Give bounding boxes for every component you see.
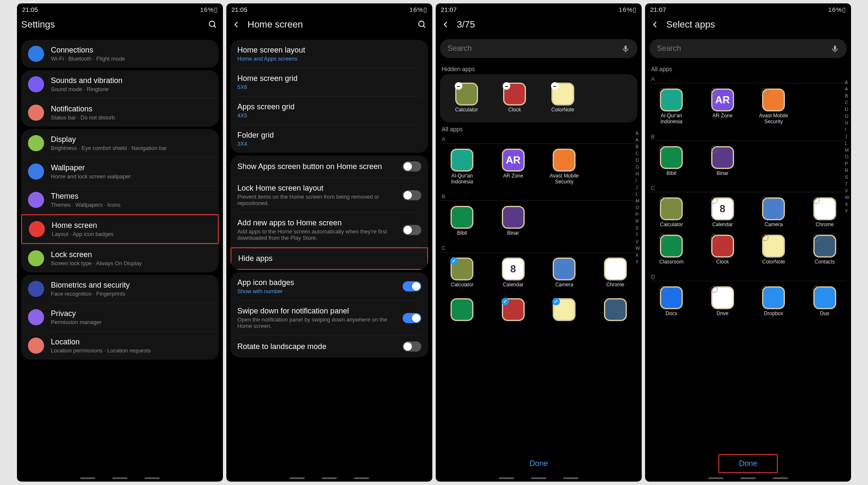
settings-row-connections[interactable]: Connections Wi-Fi · Bluetooth · Flight m… <box>21 40 219 68</box>
app-bibit[interactable]: Bibit <box>647 144 696 179</box>
index-letter[interactable]: Y <box>636 259 640 264</box>
mic-icon[interactable] <box>831 44 839 53</box>
back-button[interactable] <box>231 19 242 30</box>
index-letter[interactable]: B <box>845 93 849 98</box>
select-circle[interactable] <box>659 234 666 241</box>
app-clock[interactable]: − Clock <box>492 80 538 116</box>
app-item[interactable]: ✓ <box>540 296 589 325</box>
app-colornote[interactable]: ColorNote <box>749 232 798 268</box>
app-avast-mobile-security[interactable]: Avast Mobile Security <box>540 146 589 188</box>
settings-row-privacy[interactable]: Privacy Permission manager <box>21 303 219 331</box>
app-classroom[interactable]: Classroom <box>647 232 696 268</box>
mic-icon[interactable] <box>621 44 630 53</box>
index-letter[interactable]: D <box>636 158 640 163</box>
index-letter[interactable]: X <box>845 202 849 207</box>
app-al-qur-an-indonesia[interactable]: Al-Qur'an Indonesia <box>647 86 696 127</box>
search-input[interactable]: Search <box>649 39 847 58</box>
remove-icon[interactable]: − <box>503 82 510 90</box>
index-letter[interactable]: O <box>845 154 849 159</box>
select-circle[interactable] <box>813 197 820 204</box>
select-circle[interactable] <box>659 146 666 152</box>
back-button[interactable] <box>440 19 452 30</box>
select-circle[interactable] <box>711 197 718 204</box>
home-row-home-screen-layout[interactable]: Home screen layoutHome and Apps screens <box>231 40 428 68</box>
app-bibit[interactable]: Bibit <box>437 203 487 239</box>
index-letter[interactable]: B <box>636 144 640 149</box>
index-letter[interactable]: R <box>845 168 849 173</box>
index-letter[interactable]: R <box>636 219 640 224</box>
home-row-folder-grid[interactable]: Folder grid3X4 <box>231 125 428 153</box>
app-chrome[interactable]: Chrome <box>591 255 640 291</box>
index-letter[interactable]: M <box>845 147 849 152</box>
index-letter[interactable]: V <box>636 239 640 244</box>
select-circle[interactable] <box>762 286 768 293</box>
select-circle[interactable] <box>659 197 666 204</box>
toggle[interactable] <box>403 281 421 291</box>
settings-row-wallpaper[interactable]: Wallpaper Home and lock screen wallpaper <box>21 158 219 186</box>
select-circle[interactable] <box>762 88 768 95</box>
app-item[interactable] <box>437 296 487 325</box>
toggle[interactable] <box>403 225 421 235</box>
index-letter[interactable]: P <box>636 212 640 217</box>
select-apps-body[interactable]: All appsA Al-Qur'an IndonesiaAR AR Zone … <box>645 62 851 451</box>
app-camera[interactable]: Camera <box>540 255 589 291</box>
index-letter[interactable]: X <box>636 252 640 258</box>
app-item[interactable] <box>591 296 640 325</box>
index-letter[interactable]: D <box>845 107 849 112</box>
settings-row-lock-screen[interactable]: Lock screen Screen lock type · Always On… <box>21 244 219 272</box>
index-letter[interactable]: I <box>636 178 640 183</box>
app-binar[interactable]: Binar <box>489 203 538 239</box>
home-row-lock-home-screen-layout[interactable]: Lock Home screen layoutPrevent items on … <box>231 178 428 212</box>
index-letter[interactable]: J <box>845 134 849 139</box>
index-letter[interactable]: O <box>636 205 640 210</box>
index-letter[interactable]: J <box>636 185 640 190</box>
app-calculator[interactable]: − Calculator <box>443 80 490 116</box>
app-al-qur-an-indonesia[interactable]: Al-Qur'an Indonesia <box>437 146 487 188</box>
app-avast-mobile-security[interactable]: Avast Mobile Security <box>749 86 798 127</box>
back-button[interactable] <box>649 19 661 30</box>
home-row-apps-screen-grid[interactable]: Apps screen grid4X5 <box>231 97 428 125</box>
app-ar-zone[interactable]: AR AR Zone <box>698 86 748 127</box>
index-letter[interactable]: A <box>636 137 640 142</box>
app-duo[interactable]: Duo <box>800 284 850 319</box>
index-letter[interactable]: V <box>845 188 849 193</box>
home-settings-list[interactable]: Home screen layoutHome and Apps screensH… <box>226 37 432 476</box>
select-circle[interactable] <box>813 286 820 293</box>
settings-row-location[interactable]: Location Location permissions · Location… <box>21 332 219 360</box>
alpha-index[interactable]: &ABCDGHIJLMOPRSTVWXY <box>636 130 640 264</box>
home-row-app-icon-badges[interactable]: App icon badgesShow with number <box>231 272 428 300</box>
select-circle[interactable] <box>711 234 718 241</box>
index-letter[interactable]: & <box>636 130 640 136</box>
app-chrome[interactable]: Chrome <box>800 195 850 230</box>
toggle[interactable] <box>403 341 421 352</box>
settings-row-display[interactable]: Display Brightness · Eye comfort shield … <box>21 129 219 157</box>
select-circle[interactable] <box>711 286 718 293</box>
index-letter[interactable]: W <box>636 246 640 251</box>
app-dropbox[interactable]: Dropbox <box>749 284 798 319</box>
select-circle[interactable] <box>659 286 666 293</box>
index-letter[interactable]: & <box>845 80 849 85</box>
toggle[interactable] <box>403 161 421 172</box>
home-row-rotate-to-landscape-mode[interactable]: Rotate to landscape mode <box>231 335 428 358</box>
index-letter[interactable]: T <box>636 232 640 237</box>
select-circle[interactable] <box>711 88 718 95</box>
settings-row-biometrics-and-security[interactable]: Biometrics and security Face recognition… <box>21 275 219 303</box>
index-letter[interactable]: G <box>636 164 640 169</box>
index-letter[interactable]: M <box>636 198 640 203</box>
app-binar[interactable]: Binar <box>698 144 748 179</box>
index-letter[interactable]: S <box>845 175 849 180</box>
app-colornote[interactable]: − ColorNote <box>540 80 586 116</box>
remove-icon[interactable]: − <box>551 82 559 90</box>
done-button[interactable]: Done <box>436 452 642 476</box>
app-contacts[interactable]: Contacts <box>800 232 850 268</box>
settings-list[interactable]: Connections Wi-Fi · Bluetooth · Flight m… <box>17 37 223 476</box>
index-letter[interactable]: G <box>845 114 849 119</box>
select-circle[interactable] <box>762 234 768 241</box>
home-row-home-screen-grid[interactable]: Home screen grid5X6 <box>231 68 428 96</box>
settings-row-notifications[interactable]: Notifications Status bar · Do not distur… <box>21 99 219 127</box>
index-letter[interactable]: Y <box>845 208 849 213</box>
index-letter[interactable]: P <box>845 161 849 166</box>
select-circle[interactable] <box>813 234 820 241</box>
search-icon[interactable] <box>416 19 428 30</box>
app-calendar[interactable]: 8 Calendar <box>698 195 748 230</box>
